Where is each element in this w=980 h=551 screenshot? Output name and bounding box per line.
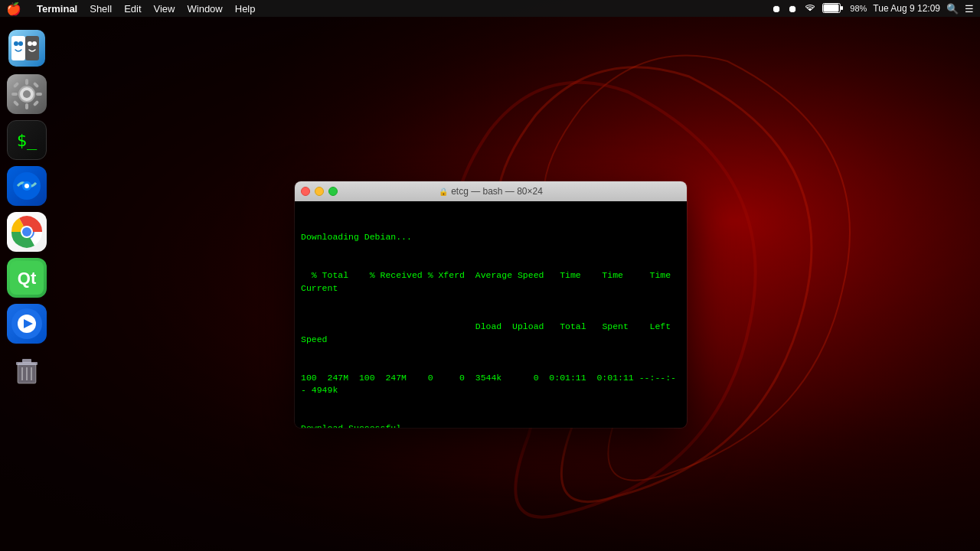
svg-rect-10: [25, 36, 39, 60]
battery-indicator: [822, 3, 844, 15]
menu-edit[interactable]: Edit: [118, 0, 147, 17]
menu-shell[interactable]: Shell: [83, 0, 118, 17]
dock-trash[interactable]: [7, 350, 47, 390]
terminal-line-1: Downloading Debian...: [301, 231, 681, 244]
menubar-right: ⏺ ⏺ 98% Tue Aug 9 12:09 🔍 ☰: [772, 3, 974, 15]
svg-rect-36: [22, 359, 31, 363]
window-close-button[interactable]: [301, 187, 310, 196]
menu-view[interactable]: View: [148, 0, 181, 17]
svg-point-8: [14, 41, 18, 46]
svg-point-29: [22, 227, 31, 236]
dock-system-prefs[interactable]: [7, 74, 47, 114]
dock: $_ Qt: [0, 17, 54, 551]
svg-rect-20: [33, 82, 39, 88]
svg-rect-22: [33, 100, 39, 106]
svg-rect-21: [13, 100, 19, 106]
svg-rect-4: [824, 4, 839, 11]
svg-point-11: [28, 41, 32, 46]
dock-qt[interactable]: Qt: [7, 258, 47, 298]
terminal-line-2: % Total % Received % Xferd Average Speed…: [301, 269, 681, 295]
svg-point-25: [24, 184, 29, 188]
svg-rect-16: [25, 103, 28, 109]
window-minimize-button[interactable]: [315, 187, 324, 196]
svg-rect-7: [11, 36, 25, 60]
terminal-body[interactable]: Downloading Debian... % Total % Received…: [295, 201, 687, 428]
dock-finder[interactable]: [7, 28, 47, 68]
menu-extras-icon[interactable]: ☰: [965, 3, 974, 15]
menu-terminal[interactable]: Terminal: [31, 0, 83, 17]
svg-rect-19: [13, 82, 19, 88]
svg-point-12: [32, 41, 37, 46]
record-icon[interactable]: ⏺: [772, 3, 782, 15]
battery-percent: 98%: [850, 4, 867, 13]
menu-help[interactable]: Help: [229, 0, 262, 17]
apple-menu[interactable]: 🍎: [6, 2, 21, 16]
svg-rect-18: [36, 93, 42, 96]
wifi-icon[interactable]: [804, 3, 816, 15]
terminal-line-5: Download Successful.: [301, 422, 681, 428]
svg-point-9: [18, 41, 23, 46]
airplay-icon[interactable]: ⏺: [788, 3, 798, 15]
svg-rect-5: [841, 6, 843, 10]
dock-chrome[interactable]: [7, 212, 47, 252]
menu-window[interactable]: Window: [181, 0, 229, 17]
terminal-window: 🔒 etcg — bash — 80×24 Downloading Debian…: [295, 181, 687, 428]
dock-terminal[interactable]: $_: [7, 120, 47, 160]
search-icon[interactable]: 🔍: [946, 3, 959, 15]
svg-rect-15: [25, 79, 28, 85]
svg-rect-17: [11, 93, 18, 96]
svg-point-14: [23, 90, 31, 98]
terminal-line-4: 100 247M 100 247M 0 0 3544k 0 0:01:11 0:…: [301, 372, 681, 397]
window-maximize-button[interactable]: [328, 187, 338, 196]
dock-thunderbird[interactable]: [7, 166, 47, 206]
terminal-titlebar: 🔒 etcg — bash — 80×24: [295, 181, 687, 201]
window-title: 🔒 etcg — bash — 80×24: [439, 186, 543, 197]
svg-text:Qt: Qt: [18, 269, 37, 288]
datetime: Tue Aug 9 12:09: [873, 3, 940, 14]
dock-quicktime[interactable]: [7, 304, 47, 344]
terminal-line-3: Dload Upload Total Spent Left Speed: [301, 321, 681, 346]
menubar: 🍎 Terminal Shell Edit View Window Help ⏺…: [0, 0, 980, 17]
